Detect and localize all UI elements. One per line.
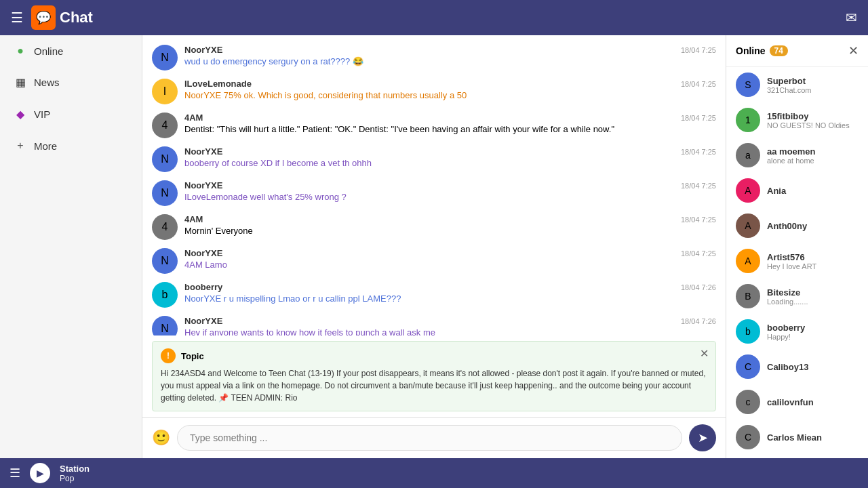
msg-username: ILoveLemonade <box>184 79 252 89</box>
topic-close-button[interactable]: ✕ <box>700 347 709 360</box>
avatar: N <box>152 316 178 336</box>
list-item[interactable]: A Artist576 Hey I love ART <box>726 243 868 279</box>
emoji-button[interactable]: 🙂 <box>152 429 170 447</box>
send-button[interactable]: ➤ <box>689 424 716 451</box>
table-row: 4 4AM 18/04 7:25 Mornin' Everyone <box>142 210 726 244</box>
msg-text: Hey if anyone wants to know how it feels… <box>184 327 716 336</box>
user-name: 15fitbiboy <box>767 111 859 121</box>
table-row: N NoorYXE 18/04 7:26 Hey if anyone wants… <box>142 312 726 336</box>
mail-icon[interactable]: ✉ <box>846 9 857 26</box>
msg-header: booberry 18/04 7:26 <box>184 282 716 292</box>
msg-text: Mornin' Everyone <box>184 226 716 236</box>
user-name: Artist576 <box>767 252 859 262</box>
user-info: calilovnfun <box>767 397 859 407</box>
msg-body: 4AM 18/04 7:25 Dentist: "This will hurt … <box>184 113 716 134</box>
send-icon: ➤ <box>698 430 708 445</box>
sidebar-item-more[interactable]: + More <box>0 130 142 161</box>
msg-username: NoorYXE <box>184 180 222 190</box>
msg-username: booberry <box>184 282 222 292</box>
chat-area: N NoorYXE 18/04 7:25 wud u do emergency … <box>142 35 726 458</box>
sidebar-item-vip[interactable]: ◆ VIP <box>0 98 142 130</box>
user-status: NO GUESTS! NO Oldies <box>767 121 859 129</box>
list-item[interactable]: A Anth00ny <box>726 208 868 243</box>
msg-username: 4AM <box>184 214 203 224</box>
list-item[interactable]: c calilovnfun <box>726 384 868 420</box>
user-name: calilovnfun <box>767 397 859 407</box>
controls-icon[interactable]: ☰ <box>9 466 20 481</box>
user-name: aa moemen <box>767 146 859 157</box>
table-row: N NoorYXE 18/04 7:25 booberry of course … <box>142 142 726 176</box>
user-status: 321Chat.com <box>767 86 859 94</box>
msg-text: NoorYXE r u mispelling Lmao or r u calli… <box>184 293 716 304</box>
main: ● Online ▦ News ◆ VIP + More N NoorYXE 1… <box>0 35 868 458</box>
msg-header: 4AM 18/04 7:25 <box>184 214 716 224</box>
msg-body: 4AM 18/04 7:25 Mornin' Everyone <box>184 214 716 236</box>
avatar: 4 <box>152 113 178 138</box>
more-icon: + <box>14 140 27 152</box>
online-label-text: Online <box>736 45 766 56</box>
user-info: Caliboy13 <box>767 362 859 372</box>
header: ☰ 💬 Chat ✉ <box>0 0 868 35</box>
msg-body: NoorYXE 18/04 7:25 wud u do emergency se… <box>184 45 716 66</box>
list-item[interactable]: 1 15fitbiboy NO GUESTS! NO Oldies <box>726 102 868 138</box>
input-area: 🙂 ➤ <box>142 417 726 458</box>
topic-header: ! Topic <box>161 348 707 363</box>
hamburger-icon[interactable]: ☰ <box>11 9 23 26</box>
station-genre: Pop <box>60 474 90 483</box>
msg-header: NoorYXE 18/04 7:25 <box>184 45 716 55</box>
list-item[interactable]: b booberry Happy! <box>726 314 868 349</box>
avatar: A <box>736 178 760 203</box>
play-button[interactable]: ▶ <box>30 463 50 483</box>
user-info: booberry Happy! <box>767 323 859 341</box>
messages-list: N NoorYXE 18/04 7:25 wud u do emergency … <box>142 35 726 336</box>
user-name: Ania <box>767 186 859 196</box>
msg-header: ILoveLemonade 18/04 7:25 <box>184 79 716 89</box>
msg-body: booberry 18/04 7:26 NoorYXE r u mispelli… <box>184 282 716 304</box>
msg-time: 18/04 7:26 <box>681 283 716 291</box>
avatar: N <box>152 45 178 70</box>
user-info: Bitesize Loading....... <box>767 287 859 306</box>
list-item[interactable]: S Superbot 321Chat.com <box>726 67 868 102</box>
avatar: N <box>152 146 178 172</box>
avatar: c <box>736 390 760 414</box>
avatar: A <box>736 249 760 273</box>
avatar: B <box>736 284 760 308</box>
msg-header: NoorYXE 18/04 7:25 <box>184 248 716 258</box>
play-icon: ▶ <box>37 468 44 479</box>
online-panel: Online 74 ✕ S Superbot 321Chat.com 1 15f… <box>726 35 868 458</box>
msg-username: NoorYXE <box>184 316 222 326</box>
avatar: b <box>152 282 178 308</box>
panel-close-button[interactable]: ✕ <box>848 43 859 58</box>
user-name: Bitesize <box>767 287 859 298</box>
list-item[interactable]: B Bitesize Loading....... <box>726 279 868 314</box>
list-item[interactable]: C Carlos Miean <box>726 420 868 455</box>
avatar: C <box>736 425 760 449</box>
user-status: Happy! <box>767 333 859 341</box>
message-input[interactable] <box>177 425 682 451</box>
msg-username: NoorYXE <box>184 146 222 157</box>
list-item[interactable]: A Ania <box>726 173 868 208</box>
header-left: ☰ 💬 Chat <box>11 5 93 30</box>
msg-text: wud u do emergency sergury on a rat???? … <box>184 56 716 66</box>
msg-time: 18/04 7:25 <box>681 148 716 156</box>
table-row: I ILoveLemonade 18/04 7:25 NoorYXE 75% o… <box>142 75 726 108</box>
user-status: Loading....... <box>767 298 859 306</box>
msg-time: 18/04 7:25 <box>681 80 716 88</box>
msg-body: NoorYXE 18/04 7:26 Hey if anyone wants t… <box>184 316 716 336</box>
msg-username: NoorYXE <box>184 45 222 55</box>
msg-time: 18/04 7:25 <box>681 216 716 224</box>
user-info: Artist576 Hey I love ART <box>767 252 859 270</box>
user-status: alone at home <box>767 157 859 165</box>
online-count-badge: 74 <box>770 45 788 56</box>
table-row: N NoorYXE 18/04 7:25 4AM Lamo <box>142 244 726 278</box>
sidebar-item-news[interactable]: ▦ News <box>0 66 142 98</box>
sidebar-item-online[interactable]: ● Online <box>0 35 142 66</box>
station-info: Station Pop <box>60 464 90 483</box>
list-item[interactable]: a aa moemen alone at home <box>726 138 868 173</box>
table-row: N NoorYXE 18/04 7:25 wud u do emergency … <box>142 41 726 75</box>
panel-header: Online 74 ✕ <box>726 35 868 67</box>
station-name: Station <box>60 464 90 474</box>
avatar: A <box>736 214 760 238</box>
list-item[interactable]: C Caliboy13 <box>726 349 868 384</box>
msg-text: ILoveLemonade well what's 25% wrong ? <box>184 192 716 202</box>
